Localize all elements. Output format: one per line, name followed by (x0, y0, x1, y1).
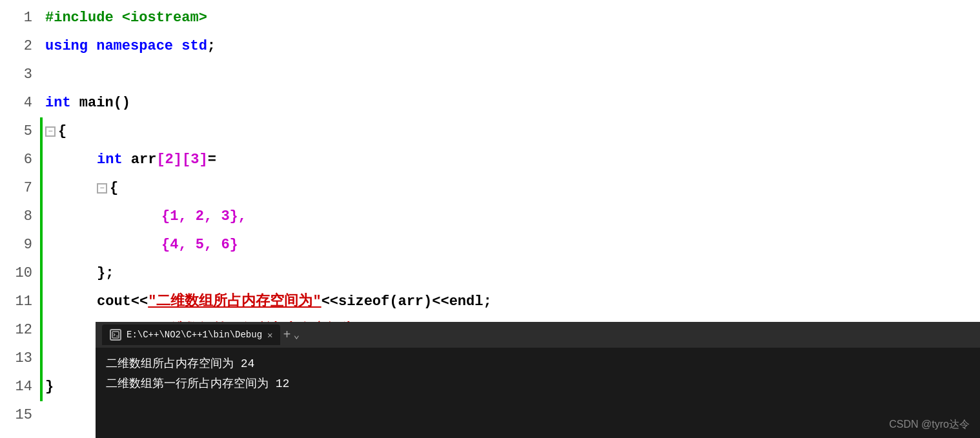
code-line-11: cout<<"二维数组所占内存空间为"<<sizeof(arr)<<endl; (45, 288, 980, 316)
code-token: {1, 2, 3}, (161, 203, 247, 231)
terminal-tab-close[interactable]: ✕ (267, 330, 272, 341)
terminal-icon (110, 329, 121, 341)
line-num-3: 3 (24, 61, 32, 89)
collapse-icon[interactable]: − (45, 126, 56, 137)
code-line-7: − { (45, 174, 980, 203)
code-token: std (181, 32, 207, 61)
terminal-dropdown-button[interactable]: ⌄ (294, 328, 300, 341)
svg-rect-0 (112, 332, 119, 338)
line-num-12: 12 (15, 316, 32, 344)
terminal-tab-label: E:\C++\NO2\C++1\bin\Debug (127, 330, 262, 340)
code-line-5: − { (45, 117, 980, 146)
code-token: [2] (156, 146, 182, 174)
code-editor: 1 2 3 4 5 6 7 8 9 10 11 12 13 14 15 #inc… (0, 0, 980, 438)
line-numbers: 1 2 3 4 5 6 7 8 9 10 11 12 13 14 15 (0, 0, 39, 438)
collapse-icon-2[interactable]: − (97, 183, 107, 194)
line-num-11: 11 (15, 288, 32, 316)
code-line-3 (45, 61, 980, 89)
code-line-9: {4, 5, 6} (45, 231, 980, 259)
line-num-13: 13 (15, 344, 32, 373)
line-num-5: 5 (24, 117, 32, 146)
terminal-line-1: 二维数组所占内存空间为 24 (106, 354, 970, 374)
code-token: "二维数组所占内存空间为" (148, 288, 321, 316)
code-token: using namespace (45, 32, 181, 61)
terminal-panel: E:\C++\NO2\C++1\bin\Debug ✕ + ⌄ 二维数组所占内存… (96, 322, 980, 438)
code-line-10: }; (45, 259, 980, 288)
code-token: cout<< (97, 288, 148, 316)
code-token (71, 89, 79, 117)
code-line-6: int arr [2] [3] = (45, 146, 980, 174)
code-token: } (45, 373, 54, 401)
line-num-10: 10 (15, 259, 32, 288)
code-line-8: {1, 2, 3}, (45, 203, 980, 231)
terminal-tab[interactable]: E:\C++\NO2\C++1\bin\Debug ✕ (102, 324, 280, 345)
line-num-1: 1 (24, 4, 32, 32)
code-token: arr (123, 146, 157, 174)
code-token: = (208, 146, 216, 174)
terminal-tab-bar: E:\C++\NO2\C++1\bin\Debug ✕ + ⌄ (96, 322, 980, 348)
code-line-1: #include <iostream> (45, 4, 980, 32)
code-line-2: using namespace std; (45, 32, 980, 61)
code-token: ; (207, 32, 216, 61)
watermark: CSDN @tyro达令 (889, 418, 970, 432)
line-num-7: 7 (24, 174, 32, 203)
code-token: { (110, 174, 118, 203)
terminal-output: 二维数组所占内存空间为 24 二维数组第一行所占内存空间为 12 (96, 348, 980, 400)
terminal-line-2: 二维数组第一行所占内存空间为 12 (106, 374, 970, 394)
code-token: }; (97, 259, 114, 288)
line-num-6: 6 (24, 146, 32, 174)
terminal-add-button[interactable]: + (283, 328, 291, 343)
line-num-8: 8 (24, 203, 32, 231)
code-token: main (79, 89, 114, 117)
code-line-4: int main () (45, 89, 980, 117)
code-token: {4, 5, 6} (161, 231, 238, 259)
line-num-14: 14 (15, 373, 32, 401)
code-token: { (58, 117, 66, 146)
line-num-2: 2 (24, 32, 32, 61)
code-token: int (45, 89, 71, 117)
code-token: () (114, 89, 130, 117)
line-num-9: 9 (24, 231, 32, 259)
code-token: [3] (182, 146, 208, 174)
code-token: #include <iostream> (45, 4, 207, 32)
line-num-4: 4 (24, 89, 32, 117)
code-token: <<sizeof(arr)<<endl; (322, 288, 492, 316)
code-token: int (97, 146, 123, 174)
line-num-15: 15 (15, 401, 32, 430)
